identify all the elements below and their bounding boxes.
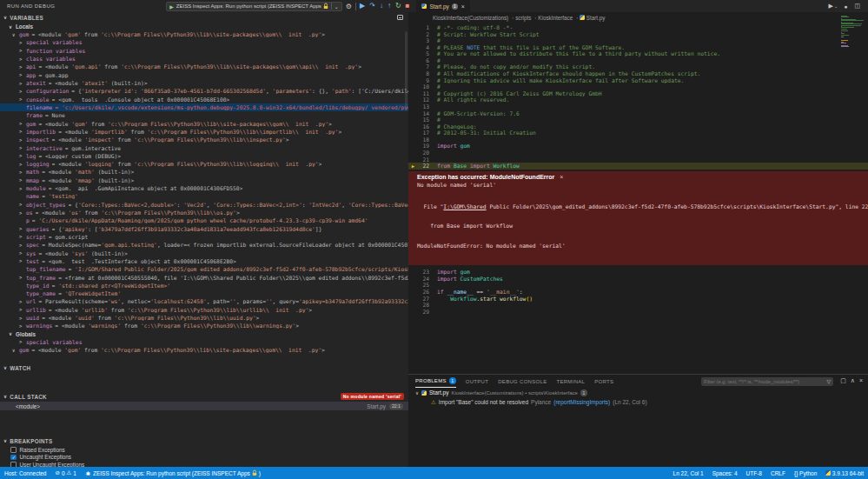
code-line[interactable]: 21 (408, 156, 868, 163)
twisty-icon[interactable] (19, 81, 26, 86)
code-line[interactable]: 13 (408, 103, 868, 110)
variable-row[interactable]: log = <Logger custom (DEBUG)> (0, 152, 408, 160)
twisty-icon[interactable] (19, 170, 26, 175)
debug-control-icon[interactable]: ■ (406, 3, 410, 10)
twisty-icon[interactable] (12, 32, 19, 37)
code-line[interactable]: 9 # Ignoring this advice will make Kiosk… (408, 77, 868, 84)
twisty-icon[interactable] (19, 129, 26, 134)
variable-row[interactable]: inspect = <module 'inspect' from 'c:\\Pr… (0, 136, 408, 143)
chevron-down-icon[interactable]: ⌄ (335, 3, 339, 10)
code-line[interactable]: 28 (408, 302, 868, 309)
twisty-icon[interactable] (19, 72, 26, 77)
code-line[interactable]: 23 import gom (408, 269, 868, 276)
breakpoint-row[interactable]: Uncaught Exceptions (0, 454, 408, 462)
collapse-all-icon[interactable] (397, 15, 403, 20)
code-line[interactable]: 4 # PLEASE NOTE that this file is part o… (408, 44, 868, 51)
call-stack-section-header[interactable]: ∨ CALL STACK No module named 'serial' (0, 391, 408, 402)
problems-file-row[interactable]: ∨ Start.py KioskInterface(Customizations… (408, 388, 868, 397)
code-line[interactable]: 6 # (408, 57, 868, 64)
start-debugging-icon[interactable]: ▶ (169, 3, 174, 10)
code-line[interactable]: 17 # 2012-05-31: Initial Creation (408, 130, 868, 136)
debug-control-icon[interactable]: ▶ (360, 3, 365, 10)
status-bar-item[interactable]: Ln 22, Col 1 (669, 467, 708, 479)
status-bar-item[interactable]: UTF-8 (742, 467, 766, 479)
code-line[interactable]: 22 from Base import Workflow (408, 163, 868, 170)
close-icon[interactable]: × (560, 174, 563, 180)
variable-row[interactable]: logging = <module 'logging' from 'c:\\Pr… (0, 160, 408, 168)
variable-row[interactable]: filename = 'c:/Users/dkile/.vscode/exten… (0, 103, 408, 111)
panel-tab[interactable]: PROBLEMS 1 (415, 375, 456, 388)
editor-action-icon[interactable]: ◫ (854, 3, 861, 10)
host-status[interactable]: Host: Connected (0, 467, 50, 479)
breadcrumb-item[interactable]: scripts › (515, 15, 536, 21)
problem-code-link[interactable]: (reportMissingImports) (553, 399, 610, 405)
twisty-icon[interactable] (19, 57, 26, 62)
variable-row[interactable]: p = 'C:/Users/dkile/AppData/Roaming/gom/… (0, 216, 408, 224)
code-line[interactable]: 16 # ChangeLog: (408, 123, 868, 130)
variable-row[interactable]: uuid = <module 'uuid' from 'c:\\Program … (0, 314, 408, 322)
code-line[interactable]: 12 # All rights reserved. (408, 96, 868, 103)
twisty-icon[interactable] (12, 348, 19, 353)
status-bar-item[interactable]: Spaces: 4 (708, 467, 742, 479)
twisty-icon[interactable] (19, 145, 26, 150)
variable-row[interactable]: atexit = <module 'atexit' (built-in)> (0, 79, 408, 87)
variable-row[interactable]: configuration = {'interpreter_id': '866f… (0, 87, 408, 95)
code-line[interactable]: 5 # You are not allowed to distribute th… (408, 50, 868, 57)
twisty-icon[interactable] (19, 177, 26, 183)
twisty-icon[interactable] (19, 243, 26, 248)
variable-row[interactable]: gom = <module 'gom' from 'c:\\Program Fi… (0, 346, 408, 354)
variable-row[interactable]: test = <gom.__test__.TestInterface objec… (0, 257, 408, 265)
variable-row[interactable]: importlib = <module 'importlib' from 'c:… (0, 128, 408, 136)
twisty-icon[interactable] (19, 64, 26, 70)
twisty-icon[interactable] (19, 323, 26, 329)
code-line[interactable]: 2 # Script: Workflow Start Script (408, 31, 868, 38)
filter-input[interactable] (704, 379, 826, 384)
variable-row[interactable]: class variables (0, 55, 408, 63)
panel-tab[interactable]: DEBUG CONSOLE (498, 375, 547, 388)
checkbox[interactable] (10, 447, 17, 453)
twisty-icon[interactable] (19, 307, 26, 312)
variable-row[interactable]: function variables (0, 47, 408, 55)
twisty-icon[interactable] (19, 89, 26, 94)
code-line[interactable]: 19 import gom (408, 143, 868, 150)
watch-section-header[interactable]: ∨ WATCH (0, 363, 408, 373)
breadcrumb-item[interactable]: Start.py › (580, 15, 605, 21)
code-line[interactable]: 15 # (408, 116, 868, 123)
breakpoints-section-header[interactable]: ∨ BREAKPOINTS (0, 436, 408, 446)
twisty-icon[interactable] (19, 316, 26, 321)
variable-row[interactable]: top_filename = 'I:/GOM/Shared Public Fol… (0, 265, 408, 273)
call-stack-frame[interactable]: <module> Start.py 22:1 (0, 402, 408, 410)
variable-row[interactable]: name = 'testing' (0, 192, 408, 200)
twisty-icon[interactable] (19, 226, 26, 231)
variable-row[interactable]: queries = {'apikey': ['b3479a7ddf26ff3b9… (0, 225, 408, 233)
problems-status[interactable]: ⊘0 ⚠1 (50, 467, 81, 479)
breakpoint-row[interactable]: User Uncaught Exceptions (0, 461, 408, 467)
debug-control-icon[interactable]: ↷ (369, 3, 375, 10)
status-bar-item[interactable]: 3.9.13 64-bit (821, 467, 868, 479)
scope-locals[interactable]: ∨ Locals (0, 23, 408, 30)
debug-control-icon[interactable]: ↻ (395, 3, 401, 10)
debug-control-icon[interactable]: ↑ (388, 3, 391, 10)
twisty-icon[interactable] (19, 202, 26, 207)
variable-row[interactable]: special variables (0, 38, 408, 46)
variable-row[interactable]: api = <module 'gom.api' from 'c:\\Progra… (0, 63, 408, 70)
problems-filter[interactable]: ▽ (701, 377, 833, 387)
debug-session-status[interactable]: ZEISS Inspect Apps: Run python script (Z… (81, 467, 265, 479)
code-line[interactable]: 29 (408, 309, 868, 316)
variable-row[interactable]: object_types = {'Core::Types::BaVec<2,do… (0, 201, 408, 209)
gear-icon[interactable]: ⚙ (346, 3, 352, 10)
code-area[interactable]: 1 # -*- coding: utf-8 -*- 2 # Script: Wo… (408, 24, 868, 315)
twisty-icon[interactable] (19, 234, 26, 239)
twisty-icon[interactable] (19, 258, 26, 263)
variable-row[interactable]: math = <module 'math' (built-in)> (0, 168, 408, 176)
minimap[interactable] (841, 16, 865, 50)
panel-tab[interactable]: TERMINAL (556, 375, 585, 388)
twisty-icon[interactable] (19, 162, 26, 167)
close-icon[interactable]: × (461, 3, 465, 10)
variable-row[interactable]: top_frame = <frame at 0x000001C450555040… (0, 273, 408, 281)
code-line[interactable]: 1 # -*- coding: utf-8 -*- (408, 24, 868, 31)
breadcrumb-item[interactable]: KioskInterface(Customizations) › (433, 15, 514, 21)
code-line[interactable]: 24 import CustomPatches (408, 276, 868, 283)
twisty-icon[interactable] (19, 210, 26, 216)
editor-action-icon[interactable]: ▶⌄ (829, 3, 838, 10)
